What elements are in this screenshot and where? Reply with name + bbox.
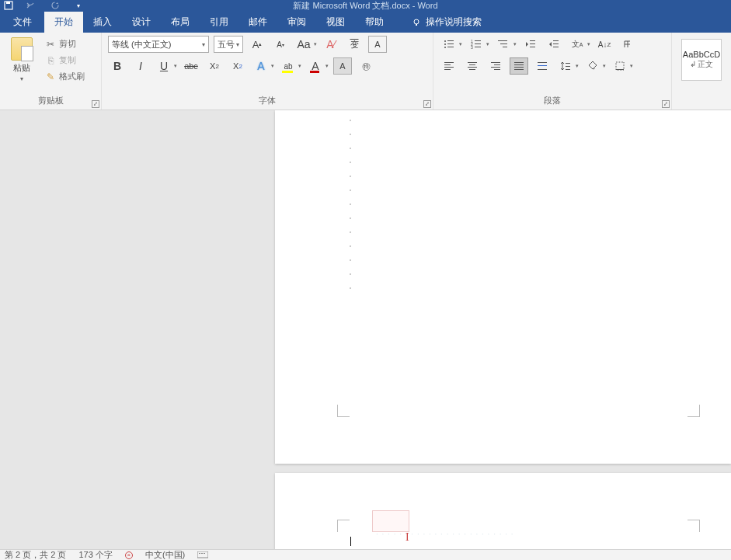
- proofing-status[interactable]: ×: [125, 551, 133, 559]
- grow-font-button[interactable]: A▴: [248, 36, 266, 53]
- svg-rect-34: [491, 62, 500, 63]
- svg-rect-33: [469, 69, 475, 70]
- tab-file[interactable]: 文件: [3, 12, 44, 33]
- svg-rect-16: [475, 47, 481, 47]
- tell-me-label: 操作说明搜索: [426, 16, 482, 29]
- faded-content: · · · · · · · · · · · · · · · · · · · · …: [376, 530, 514, 538]
- cut-label: 剪切: [59, 38, 76, 50]
- ribbon: 粘贴 ▾ ✂ 剪切 ⎘ 复制 ✎ 格式刷 剪贴板 ⤢: [0, 33, 731, 110]
- borders-button[interactable]: ▾: [611, 57, 633, 75]
- align-left-button[interactable]: [440, 57, 458, 75]
- cut-button[interactable]: ✂ 剪切: [42, 37, 88, 50]
- decrease-indent-button[interactable]: [521, 36, 540, 53]
- enclose-characters-button[interactable]: ㊕: [357, 57, 375, 75]
- distribute-button[interactable]: [533, 57, 552, 75]
- numbering-button[interactable]: 123▾: [467, 36, 489, 53]
- highlight-button[interactable]: ab▾: [279, 57, 301, 75]
- tab-mailings[interactable]: 邮件: [238, 12, 277, 33]
- sort-button[interactable]: A↓Z: [595, 36, 614, 53]
- tab-help[interactable]: 帮助: [355, 12, 394, 33]
- style-normal[interactable]: AaBbCcD ↲ 正文: [681, 39, 722, 81]
- clear-formatting-button[interactable]: A⁄: [322, 36, 340, 53]
- page-1[interactable]: [275, 110, 731, 464]
- bullets-button[interactable]: ▾: [440, 36, 462, 53]
- align-right-button[interactable]: [486, 57, 505, 75]
- svg-rect-21: [530, 43, 535, 44]
- svg-rect-19: [503, 47, 507, 47]
- svg-rect-27: [444, 64, 451, 65]
- paragraph-launcher-icon[interactable]: ⤢: [662, 100, 670, 108]
- copy-icon: ⎘: [45, 55, 56, 66]
- paste-dropdown-icon[interactable]: ▾: [20, 75, 23, 82]
- increase-indent-button[interactable]: [545, 36, 563, 53]
- page-number-status[interactable]: 第 2 页，共 2 页: [5, 549, 66, 560]
- qat-dropdown-icon[interactable]: ▾: [73, 0, 84, 11]
- line-spacing-button[interactable]: ▾: [556, 57, 579, 75]
- tab-insert[interactable]: 插入: [83, 12, 122, 33]
- svg-rect-45: [566, 63, 570, 64]
- margin-corner-icon: [337, 405, 350, 417]
- subscript-button[interactable]: X2: [205, 57, 224, 75]
- tab-layout[interactable]: 布局: [161, 12, 200, 33]
- shading-button[interactable]: ▾: [583, 57, 606, 75]
- margin-corner-icon: [687, 520, 700, 532]
- svg-rect-14: [475, 43, 481, 44]
- phonetic-guide-button[interactable]: 变: [345, 36, 364, 53]
- tab-design[interactable]: 设计: [122, 12, 161, 33]
- svg-rect-51: [199, 553, 200, 554]
- justify-button[interactable]: [510, 57, 528, 75]
- paragraph-group-label: 段落: [440, 95, 665, 108]
- svg-text:3: 3: [471, 45, 473, 49]
- tell-me-search[interactable]: 操作说明搜索: [402, 12, 492, 33]
- group-paragraph: ▾ 123▾ ▾ 文A▾ A↓Z ▾ ▾ ▾: [433, 33, 672, 110]
- font-launcher-icon[interactable]: ⤢: [423, 100, 431, 108]
- svg-rect-44: [538, 69, 547, 70]
- shrink-font-button[interactable]: A▾: [271, 36, 290, 53]
- svg-rect-6: [447, 40, 454, 41]
- font-size-combo[interactable]: 五号 ▾: [214, 36, 243, 53]
- chevron-down-icon: ▾: [236, 41, 239, 48]
- proofing-error-icon: ×: [125, 551, 133, 559]
- character-shading-button[interactable]: A: [333, 57, 352, 75]
- align-center-button[interactable]: [463, 57, 482, 75]
- svg-point-9: [444, 47, 446, 48]
- svg-rect-10: [447, 47, 454, 47]
- input-mode-status[interactable]: [197, 551, 208, 559]
- save-icon[interactable]: [3, 0, 14, 11]
- language-status[interactable]: 中文(中国): [145, 549, 185, 560]
- clipboard-launcher-icon[interactable]: ⤢: [92, 100, 99, 108]
- word-count-status[interactable]: 173 个字: [78, 549, 112, 560]
- multilevel-list-button[interactable]: ▾: [494, 36, 517, 53]
- svg-rect-43: [538, 65, 547, 66]
- document-area[interactable]: · · · · · · · · · · · · · · · · · · · · …: [0, 110, 731, 549]
- svg-rect-35: [494, 64, 500, 65]
- show-marks-button[interactable]: [618, 36, 637, 53]
- undo-icon[interactable]: [26, 0, 37, 11]
- redo-icon[interactable]: [50, 0, 61, 11]
- page-2[interactable]: · · · · · · · · · · · · · · · · · · · · …: [275, 473, 731, 549]
- font-color-button[interactable]: A▾: [306, 57, 329, 75]
- italic-button[interactable]: I: [131, 57, 150, 75]
- bold-button[interactable]: B: [108, 57, 127, 75]
- svg-rect-1: [6, 2, 10, 4]
- style-normal-label: ↲ 正文: [690, 59, 714, 70]
- asian-layout-button[interactable]: 文A▾: [568, 36, 590, 53]
- change-case-button[interactable]: Aa▾: [294, 36, 317, 53]
- character-border-button[interactable]: A: [368, 36, 387, 53]
- strikethrough-button[interactable]: abc: [182, 57, 200, 75]
- svg-rect-20: [530, 40, 535, 41]
- paste-button[interactable]: 粘贴 ▾: [6, 36, 37, 82]
- tab-view[interactable]: 视图: [316, 12, 355, 33]
- text-effects-button[interactable]: A▾: [252, 57, 274, 75]
- tab-review[interactable]: 审阅: [277, 12, 316, 33]
- svg-point-7: [444, 43, 446, 45]
- svg-rect-4: [416, 24, 417, 26]
- tab-home[interactable]: 开始: [44, 12, 83, 33]
- format-painter-button[interactable]: ✎ 格式刷: [42, 70, 88, 83]
- font-name-combo[interactable]: 等线 (中文正文) ▾: [108, 36, 209, 53]
- copy-button[interactable]: ⎘ 复制: [42, 54, 88, 67]
- tab-references[interactable]: 引用: [200, 12, 238, 33]
- superscript-button[interactable]: X2: [228, 57, 247, 75]
- font-size-value: 五号: [218, 39, 235, 50]
- underline-button[interactable]: U▾: [155, 57, 177, 75]
